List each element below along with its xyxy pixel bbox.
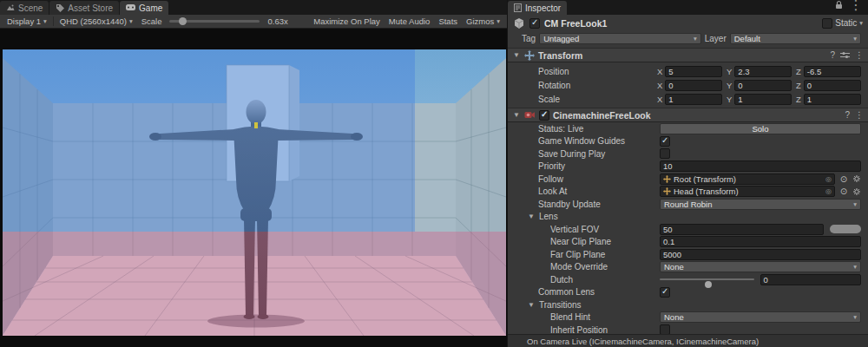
blend-hint-row: Blend Hint None ▾ (508, 311, 868, 324)
display-dropdown[interactable]: Display 1 ▾ (3, 16, 51, 28)
blend-hint-dropdown[interactable]: None ▾ (660, 311, 861, 323)
kebab-menu-icon[interactable]: ⋮ (855, 50, 864, 60)
unity-editor-window: Scene Asset Store Game Display 1 ▾ QHD (… (0, 0, 868, 347)
near-clip-field[interactable]: 0.1 (660, 236, 861, 247)
tab-asset-store[interactable]: Asset Store (49, 1, 119, 15)
transitions-foldout[interactable]: ▼ Transitions (508, 298, 868, 311)
game-icon (126, 4, 135, 11)
game-viewport[interactable] (0, 29, 507, 347)
layer-dropdown[interactable]: Default ▾ (730, 33, 861, 44)
look-at-row: Look At Head (Transform) ◎ ⊙ (508, 186, 868, 199)
scale-label: Scale (538, 95, 657, 104)
cinemachine-freelook-header[interactable]: ▼ CinemachineFreeLook ? ⋮ (508, 108, 868, 122)
lens-label: Lens (539, 212, 558, 221)
gameobject-enabled-checkbox[interactable] (529, 18, 540, 29)
kebab-menu-icon[interactable]: ⋮ (849, 0, 863, 13)
cinemachine-icon (524, 109, 536, 121)
resolution-dropdown[interactable]: QHD (2560x1440) ▾ (56, 16, 137, 28)
kebab-menu-icon[interactable]: ⋮ (855, 110, 864, 120)
tag-dropdown[interactable]: Untagged ▾ (539, 33, 701, 44)
layer-label: Layer (705, 34, 727, 43)
mode-override-dropdown[interactable]: None ▾ (660, 261, 861, 272)
game-window-guides-checkbox[interactable] (660, 136, 670, 147)
help-icon[interactable]: ? (830, 50, 835, 60)
near-clip-row: Near Clip Plane 0.1 (508, 236, 868, 249)
rotation-label: Rotation (538, 81, 657, 90)
fov-preset-slider[interactable] (830, 225, 861, 233)
scale-slider[interactable] (169, 16, 260, 28)
foldout-arrow-icon: ▼ (527, 213, 536, 220)
chevron-down-icon: ▾ (850, 200, 857, 208)
gear-icon[interactable] (852, 174, 861, 183)
help-icon[interactable]: ? (845, 110, 850, 120)
gameobject-name[interactable]: CM FreeLook1 (544, 18, 607, 29)
rotation-x-field[interactable]: 0 (665, 80, 722, 91)
component-enabled-checkbox[interactable] (539, 110, 549, 121)
save-during-play-row: Save During Play (508, 147, 868, 160)
priority-field[interactable]: 10 (660, 160, 861, 172)
object-picker-icon[interactable]: ◎ (825, 175, 832, 183)
static-dropdown[interactable]: Static ▾ (822, 18, 863, 29)
tab-game[interactable]: Game (120, 1, 168, 15)
camera-status-text: On Camera Live (ICinemachineCamera, ICin… (527, 337, 759, 346)
tab-game-label: Game (139, 3, 162, 13)
tab-scene[interactable]: Scene (0, 1, 49, 15)
chevron-down-icon: ▾ (690, 35, 697, 43)
asset-store-icon (56, 3, 64, 12)
gameobject-cube-icon[interactable] (513, 17, 525, 29)
transform-icon (663, 175, 671, 183)
status-label: Status: Live (538, 124, 660, 134)
chevron-down-icon: ▾ (850, 263, 857, 271)
save-during-play-checkbox[interactable] (660, 148, 670, 159)
static-checkbox[interactable] (822, 18, 832, 29)
axis-z-label: Z (796, 81, 801, 90)
position-x-field[interactable]: 5 (665, 66, 722, 77)
tab-inspector[interactable]: Inspector (508, 1, 567, 15)
target-icon[interactable]: ⊙ (838, 187, 850, 196)
scale-z-field[interactable]: 1 (804, 94, 861, 105)
gizmos-dropdown[interactable]: Gizmos ▾ (462, 16, 504, 28)
dutch-row: Dutch 0 (508, 273, 868, 286)
axis-z-label: Z (796, 67, 801, 76)
position-y-field[interactable]: 2.3 (734, 66, 792, 77)
rotation-y-field[interactable]: 0 (734, 80, 792, 91)
rotation-z-field[interactable]: 0 (804, 80, 861, 91)
static-label: Static (835, 18, 857, 28)
scale-row: Scale X1 Y1 Z1 (508, 92, 868, 106)
foldout-arrow-icon[interactable]: ▼ (512, 111, 521, 119)
scale-slider-track[interactable] (169, 20, 260, 23)
object-picker-icon[interactable]: ◎ (825, 187, 832, 195)
foldout-arrow-icon[interactable]: ▼ (512, 51, 521, 59)
position-z-field[interactable]: -6.5 (804, 66, 861, 77)
mode-override-row: Mode Override None ▾ (508, 261, 868, 274)
scale-y-field[interactable]: 1 (734, 94, 792, 105)
transform-header[interactable]: ▼ Transform ? ⋮ (508, 48, 868, 62)
lock-icon[interactable] (835, 0, 843, 10)
presets-icon[interactable] (840, 50, 850, 60)
lens-foldout[interactable]: ▼ Lens (508, 211, 868, 224)
transform-icon (663, 187, 671, 195)
stats-button[interactable]: Stats (434, 16, 462, 28)
camera-status-helpbox: On Camera Live (ICinemachineCamera, ICin… (508, 334, 868, 347)
vertical-fov-field[interactable]: 50 (660, 224, 824, 235)
dutch-slider[interactable] (660, 274, 754, 285)
solo-button[interactable]: Solo (660, 123, 861, 134)
target-icon[interactable]: ⊙ (838, 174, 850, 184)
dutch-field[interactable]: 0 (760, 274, 862, 285)
transform-icon (524, 50, 535, 61)
gameobject-header: CM FreeLook1 Static ▾ (508, 15, 868, 31)
mute-audio-button[interactable]: Mute Audio (385, 16, 435, 28)
common-lens-checkbox[interactable] (660, 287, 670, 298)
game-window-guides-row: Game Window Guides (508, 135, 868, 148)
dutch-slider-track[interactable] (660, 278, 754, 280)
tab-inspector-label: Inspector (525, 3, 561, 13)
far-clip-field[interactable]: 5000 (660, 249, 861, 260)
gear-icon[interactable] (852, 187, 861, 196)
standby-update-dropdown[interactable]: Round Robin ▾ (660, 199, 861, 210)
look-at-object-field[interactable]: Head (Transform) ◎ (660, 186, 835, 197)
scale-slider-knob[interactable] (179, 17, 187, 25)
position-label: Position (538, 67, 657, 76)
maximize-on-play-button[interactable]: Maximize On Play (309, 16, 385, 28)
scale-x-field[interactable]: 1 (665, 94, 722, 105)
follow-object-field[interactable]: Root (Transform) ◎ (660, 174, 835, 185)
